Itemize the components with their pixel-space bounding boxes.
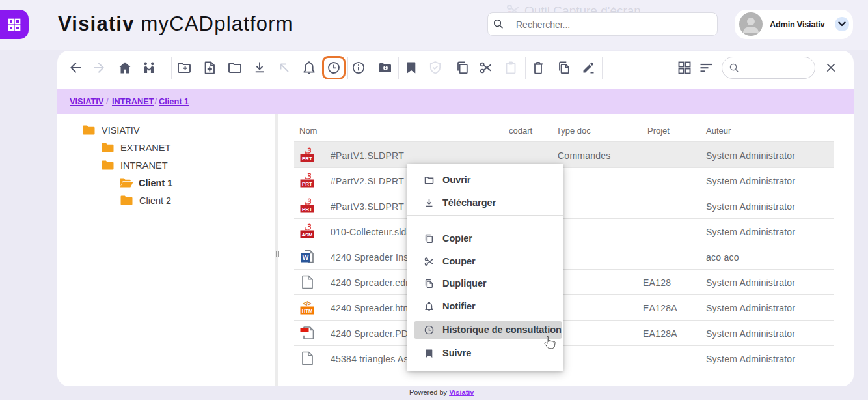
- svg-text:</>: </>: [303, 300, 311, 307]
- svg-text:PRT: PRT: [302, 156, 312, 162]
- svg-text:ASM: ASM: [302, 232, 313, 238]
- svg-text:HTM: HTM: [302, 308, 312, 314]
- svg-text:W: W: [303, 253, 309, 261]
- svg-text:PRT: PRT: [302, 207, 312, 212]
- svg-text:PRT: PRT: [302, 181, 312, 187]
